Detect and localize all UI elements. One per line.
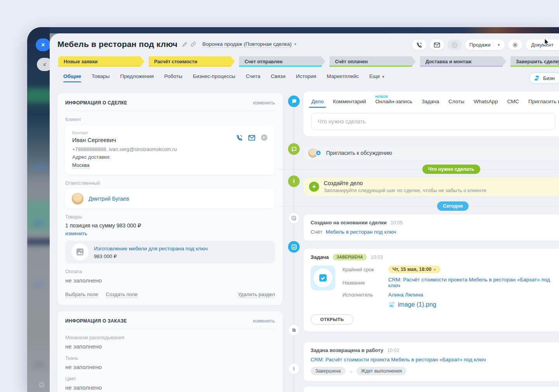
edit-title-icon[interactable] [182,42,187,47]
tab-robots[interactable]: Роботы [164,73,182,82]
create-activity-title: Создайте дело [324,180,486,186]
sidebar-blob [33,221,43,225]
invoice-link[interactable]: Мебель в ресторан под ключ [326,229,396,235]
timeline-composer: Дело Комментарий НОВОЕ Онлайн-запись Зад… [304,92,559,136]
create-activity-subtitle: Запланируйте следующий шаг по сделке, чт… [324,187,486,193]
edit-products-link[interactable]: изменить [65,231,87,236]
sidebar-blob [33,283,43,286]
settings-button[interactable] [508,40,522,50]
stage-invoice-paid[interactable]: Счёт оплачен [330,56,416,67]
edit-section-link[interactable]: изменить [253,100,275,106]
task-check-icon [314,269,332,287]
order-field-label: Ткань [65,356,275,361]
tl-tab-comment[interactable]: Комментарий [333,99,366,108]
task-status-icon [288,324,300,336]
tab-marketplace[interactable]: Маркетплейс [327,73,359,82]
business-process-label: Бизн [543,75,555,81]
chevron-down-icon: ▼ [497,43,500,47]
create-field-link[interactable]: Создать поле [106,291,138,298]
attachment-row[interactable]: image (1).png [388,301,556,308]
invite-to-discussion[interactable]: + Пригласить к обсуждению [304,146,559,160]
attachment-link[interactable]: image (1).png [398,301,436,308]
responsible-label: Ответственный [65,180,275,186]
section-title: ИНФОРМАЦИЯ О ЗАКАЗЕ [65,318,127,324]
item-title: Задача возвращена в работу [311,347,383,353]
stage-invoice-sent[interactable]: Счет отправлен [239,56,325,67]
chevron-down-icon: ▼ [433,268,437,272]
edit-section-link[interactable]: изменить [253,318,275,324]
funnel-selector[interactable]: Воронка продаж (Повторная сделка) [202,41,292,48]
tab-products[interactable]: Товары [92,73,109,82]
activity-bubble-icon [288,95,300,107]
open-task-button[interactable]: ОТКРЫТЬ [311,314,354,324]
tl-tab-activity[interactable]: Дело [311,99,324,108]
date-badge: Сегодня [437,201,469,211]
tab-invoices[interactable]: Счета [246,73,260,82]
tl-tab-sms[interactable]: СМС [507,99,519,108]
product-row[interactable]: Изготовление мебели для ресторана под кл… [65,241,275,263]
task-name-link[interactable]: CRM: Расчёт стоимости проекта Мебель в р… [388,277,556,288]
item-time: 10:05 [391,220,403,225]
chat-icon [451,42,458,48]
sidebar-blob [27,239,50,245]
address-value[interactable]: Москва [72,162,89,168]
stage-new-requests[interactable]: Новые заявки [58,56,144,67]
assignee-label: Исполнитель [342,292,388,298]
contact-details: +78888888888, ivan.serg@stroizaomskcom.r… [72,146,268,152]
plus-icon: + [309,182,319,192]
chat-button [448,40,462,50]
contact-mail-icon[interactable] [248,135,255,142]
blurred-topbar [27,27,559,33]
payment-label: Оплата [65,269,275,274]
task-name-link[interactable]: CRM: Расчёт стоимости проекта Мебель в р… [311,357,486,363]
todo-input[interactable] [311,113,555,130]
document-button[interactable]: Документ [526,40,559,50]
hint-badge: Что нужно сделать [422,165,480,174]
tab-general[interactable]: Общие [63,73,81,82]
add-person-icon: + [315,150,321,156]
responsible-card: Дмитрий Бугаев [65,189,275,208]
task-check-icon [288,241,300,253]
tl-tab-online-booking[interactable]: НОВОЕ Онлайн-запись [375,99,412,108]
deal-info-section: ИНФОРМАЦИЯ О СДЕЛКЕ изменить Клиент Конт… [57,93,283,305]
tab-links[interactable]: Связи [271,73,285,82]
products-label: Товары [65,214,275,220]
responsible-name-link[interactable]: Дмитрий Бугаев [89,196,129,202]
stage-delivery[interactable]: Доставка и монтаж [420,56,506,67]
close-slider-button[interactable]: × [36,38,50,51]
status-to-badge: Ждет выполнения [356,367,406,375]
address-label: Адрес доставки: [72,154,268,160]
stage-cost-calculation[interactable]: Расчёт стоимости [149,56,235,67]
image-file-icon [388,302,395,308]
stage-close-deal[interactable]: Завершить сделку [510,56,559,67]
product-name-link[interactable]: Изготовление мебели для ресторана под кл… [94,246,208,252]
tab-more[interactable]: Еще▼ [369,73,385,82]
assignee-link[interactable]: Алина Лялина [388,292,423,298]
email-button[interactable] [430,40,444,50]
divider [493,42,494,48]
document-button-label: Документ [531,42,554,48]
tab-business-processes[interactable]: Бизнес-процессы [193,73,235,82]
deadline-value[interactable]: Чт, 15 мая, 18:00▼ [388,265,441,273]
task-status-badge: ЗАВЕРШЕНА [333,254,367,260]
tl-tab-whatsapp[interactable]: WhatsApp [474,99,498,108]
task-tile [311,265,335,290]
call-button[interactable] [412,40,426,50]
tl-tab-task[interactable]: Задача [422,99,439,108]
collapse-arrow-icon [42,62,48,68]
tab-offers[interactable]: Предложения [120,73,154,82]
sales-dropdown[interactable]: Продажи ▼ [465,40,505,50]
item-time: 10:02 [387,348,399,353]
select-field-link[interactable]: Выбрать поле [65,291,98,298]
tab-history[interactable]: История [296,73,316,82]
delete-section-link[interactable]: Удалить раздел [238,291,275,298]
client-card[interactable]: Контакт Иван Сергеевич +78888888888 [65,125,275,175]
tl-tab-slots[interactable]: Слоты [448,99,464,108]
tl-tab-invite-chat[interactable]: Пригласить в чат [528,99,559,108]
create-activity-card[interactable]: + Создайте дело Запланируйте следующий ш… [304,177,559,196]
contact-call-icon[interactable] [236,134,243,143]
copy-link-icon[interactable] [191,42,196,47]
chevron-down-icon: ▼ [382,75,385,79]
new-badge: НОВОЕ [375,95,388,99]
business-process-button[interactable]: Бизн [529,72,559,84]
